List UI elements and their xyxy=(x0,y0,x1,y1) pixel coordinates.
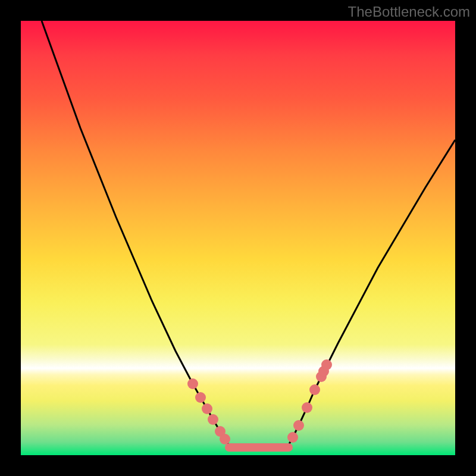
watermark-text: TheBottleneck.com xyxy=(348,4,470,20)
data-point xyxy=(309,384,320,395)
data-point xyxy=(321,359,332,370)
right-curve xyxy=(289,140,455,445)
data-point xyxy=(195,392,206,403)
data-point xyxy=(187,378,198,389)
data-point xyxy=(208,414,218,425)
chart-svg xyxy=(21,21,455,455)
dots-left xyxy=(187,378,230,444)
data-point xyxy=(302,402,312,413)
data-point xyxy=(220,434,230,444)
data-point xyxy=(202,403,212,414)
chart-container: TheBottleneck.com xyxy=(0,0,476,476)
left-curve xyxy=(42,21,229,445)
data-point xyxy=(293,420,304,431)
data-point xyxy=(287,432,298,443)
